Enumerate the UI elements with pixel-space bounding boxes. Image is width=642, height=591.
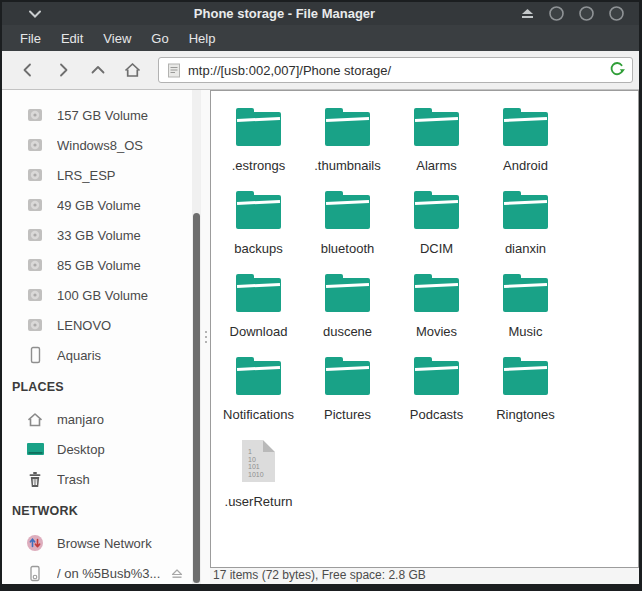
sidebar-item-on-5busb-3[interactable]: / on %5Busb%3... bbox=[2, 558, 192, 584]
sidebar-item-label: LENOVO bbox=[57, 318, 111, 333]
file-item-label: backups bbox=[234, 241, 282, 256]
file-item-dcim[interactable]: DCIM bbox=[392, 191, 481, 274]
sidebar-item-label: 100 GB Volume bbox=[57, 288, 148, 303]
menu-go[interactable]: Go bbox=[141, 25, 178, 51]
titlebar[interactable]: Phone storage - File Manager bbox=[2, 2, 639, 25]
sidebar-item-windows8-os[interactable]: Windows8_OS bbox=[2, 130, 192, 160]
sidebar-scrollbar[interactable] bbox=[192, 90, 201, 584]
file-item-label: Pictures bbox=[324, 407, 371, 422]
folder-icon bbox=[414, 108, 459, 146]
folder-icon bbox=[236, 108, 281, 146]
file-icon-view[interactable]: .estrongs.thumbnailsAlarmsAndroidbackups… bbox=[210, 90, 639, 568]
text-file-icon: 1101011010 bbox=[242, 440, 275, 482]
file-item-label: .estrongs bbox=[232, 158, 285, 173]
window-close-button[interactable] bbox=[608, 5, 625, 22]
file-item-bluetooth[interactable]: bluetooth bbox=[303, 191, 392, 274]
sidebar-item-label: Desktop bbox=[57, 442, 105, 457]
back-button[interactable] bbox=[10, 55, 45, 85]
file-item-dianxin[interactable]: dianxin bbox=[481, 191, 570, 274]
drive-icon bbox=[25, 257, 45, 273]
file-item-alarms[interactable]: Alarms bbox=[392, 108, 481, 191]
page-fold bbox=[263, 440, 275, 452]
drive-icon bbox=[25, 107, 45, 123]
eject-button[interactable] bbox=[170, 567, 184, 580]
home-button[interactable] bbox=[115, 55, 150, 85]
up-button[interactable] bbox=[80, 55, 115, 85]
drive-icon bbox=[25, 317, 45, 333]
statusbar-text: 17 items (72 bytes), Free space: 2.8 GB bbox=[210, 568, 639, 584]
sidebar-item-49-gb-volume[interactable]: 49 GB Volume bbox=[2, 190, 192, 220]
sidebar-item-85-gb-volume[interactable]: 85 GB Volume bbox=[2, 250, 192, 280]
refresh-icon[interactable] bbox=[609, 62, 625, 78]
file-manager-window: Phone storage - File Manager FileEditVie… bbox=[0, 0, 642, 591]
file-item-duscene[interactable]: duscene bbox=[303, 274, 392, 357]
forward-button[interactable] bbox=[45, 55, 80, 85]
main-pane: .estrongs.thumbnailsAlarmsAndroidbackups… bbox=[210, 90, 639, 584]
sidebar-item-label: LRS_ESP bbox=[57, 168, 116, 183]
drive-icon bbox=[25, 167, 45, 183]
sidebar-item-lenovo[interactable]: LENOVO bbox=[2, 310, 192, 340]
file-item-label: Music bbox=[509, 324, 543, 339]
drive-icon bbox=[25, 137, 45, 153]
folder-icon bbox=[414, 274, 459, 312]
file-item-label: .userReturn bbox=[225, 494, 293, 509]
usb-drive-icon bbox=[25, 565, 45, 582]
location-bar[interactable] bbox=[158, 57, 633, 83]
file-item-download[interactable]: Download bbox=[214, 274, 303, 357]
sidebar-item-desktop[interactable]: Desktop bbox=[2, 434, 192, 464]
menu-help[interactable]: Help bbox=[179, 25, 226, 51]
sidebar-item-label: 157 GB Volume bbox=[57, 108, 148, 123]
menu-view[interactable]: View bbox=[93, 25, 141, 51]
file-item-label: DCIM bbox=[420, 241, 453, 256]
menu-file[interactable]: File bbox=[10, 25, 51, 51]
path-input[interactable] bbox=[188, 63, 609, 78]
sidebar-item-aquaris[interactable]: Aquaris bbox=[2, 340, 192, 370]
sidebar-item-label: manjaro bbox=[57, 412, 104, 427]
file-item-label: bluetooth bbox=[321, 241, 375, 256]
file-item-label: Download bbox=[230, 324, 288, 339]
sidebar-item-33-gb-volume[interactable]: 33 GB Volume bbox=[2, 220, 192, 250]
menu-edit[interactable]: Edit bbox=[51, 25, 93, 51]
sidebar-item-trash[interactable]: Trash bbox=[2, 464, 192, 494]
sidebar-item-lrs-esp[interactable]: LRS_ESP bbox=[2, 160, 192, 190]
side-pane: 157 GB VolumeWindows8_OSLRS_ESP49 GB Vol… bbox=[2, 90, 192, 584]
document-icon bbox=[167, 63, 181, 78]
file-item-label: Notifications bbox=[223, 407, 294, 422]
sidebar-header-places: PLACES bbox=[2, 370, 192, 404]
window-minimize-button[interactable] bbox=[548, 5, 565, 22]
sidebar-scrollbar-thumb[interactable] bbox=[193, 213, 200, 583]
eject-icon[interactable] bbox=[520, 7, 535, 20]
folder-icon bbox=[236, 274, 281, 312]
file-item-pictures[interactable]: Pictures bbox=[303, 357, 392, 440]
window-menu-chevron-down-icon[interactable] bbox=[28, 9, 42, 19]
pane-splitter[interactable] bbox=[201, 90, 210, 584]
sidebar-item-157-gb-volume[interactable]: 157 GB Volume bbox=[2, 100, 192, 130]
file-item-notifications[interactable]: Notifications bbox=[214, 357, 303, 440]
window-maximize-button[interactable] bbox=[578, 5, 595, 22]
file-item-music[interactable]: Music bbox=[481, 274, 570, 357]
sidebar-header-network: NETWORK bbox=[2, 494, 192, 528]
sidebar-item-label: Trash bbox=[57, 472, 90, 487]
file-item-thumbnails[interactable]: .thumbnails bbox=[303, 108, 392, 191]
home-icon bbox=[25, 411, 45, 428]
sidebar-item-label: 85 GB Volume bbox=[57, 258, 141, 273]
toolbar bbox=[2, 51, 639, 90]
sidebar-item-100-gb-volume[interactable]: 100 GB Volume bbox=[2, 280, 192, 310]
file-item-android[interactable]: Android bbox=[481, 108, 570, 191]
sidebar-item-label: Browse Network bbox=[57, 536, 152, 551]
file-item-estrongs[interactable]: .estrongs bbox=[214, 108, 303, 191]
content-area: 157 GB VolumeWindows8_OSLRS_ESP49 GB Vol… bbox=[2, 90, 639, 584]
sidebar-item-manjaro[interactable]: manjaro bbox=[2, 404, 192, 434]
file-item-podcasts[interactable]: Podcasts bbox=[392, 357, 481, 440]
folder-icon bbox=[236, 191, 281, 229]
file-item-label: dianxin bbox=[505, 241, 546, 256]
file-item-movies[interactable]: Movies bbox=[392, 274, 481, 357]
folder-icon bbox=[325, 191, 370, 229]
sidebar-item-label: / on %5Busb%3... bbox=[57, 566, 160, 581]
sidebar-item-browse-network[interactable]: Browse Network bbox=[2, 528, 192, 558]
sidebar-item-label: Windows8_OS bbox=[57, 138, 143, 153]
file-item-backups[interactable]: backups bbox=[214, 191, 303, 274]
file-item-userreturn[interactable]: 1101011010.userReturn bbox=[214, 440, 303, 523]
file-item-ringtones[interactable]: Ringtones bbox=[481, 357, 570, 440]
folder-icon bbox=[325, 108, 370, 146]
